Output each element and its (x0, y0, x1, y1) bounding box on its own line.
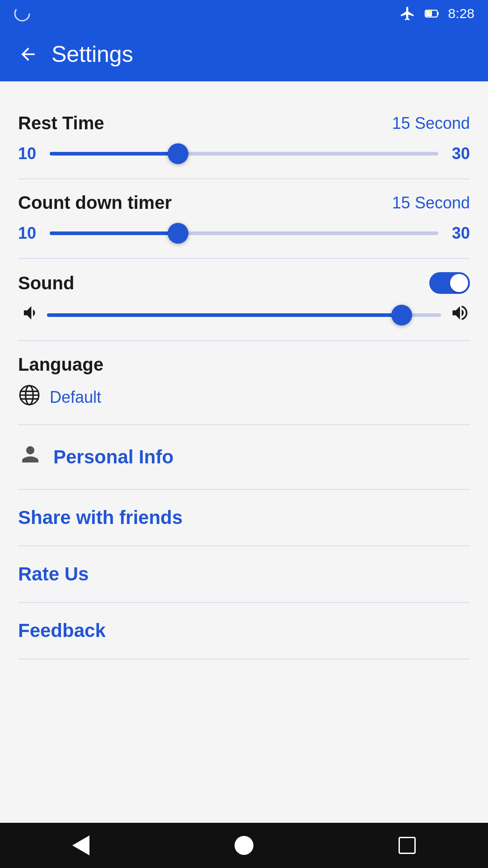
globe-icon (18, 384, 41, 411)
feedback-item[interactable]: Feedback (18, 603, 470, 659)
language-label: Language (18, 354, 470, 375)
sound-header: Sound (18, 272, 470, 294)
status-bar: 8:28 (0, 0, 488, 27)
main-content: Rest Time 15 Second 10 30 Count down tim… (0, 81, 488, 823)
airplane-icon (399, 5, 416, 22)
share-with-friends-item[interactable]: Share with friends (18, 490, 470, 546)
volume-slider-wrapper (47, 304, 441, 326)
rest-time-track (50, 152, 438, 156)
feedback-label: Feedback (18, 620, 106, 642)
countdown-min: 10 (18, 224, 41, 243)
volume-fill (47, 313, 402, 317)
language-value: Default (50, 388, 101, 407)
volume-thumb[interactable] (391, 305, 412, 326)
back-nav-icon (72, 835, 89, 855)
rest-time-thumb[interactable] (168, 143, 188, 164)
volume-low-icon (18, 303, 38, 327)
share-with-friends-label: Share with friends (18, 507, 183, 528)
countdown-track (50, 231, 438, 235)
rest-time-value: 15 Second (392, 114, 470, 133)
nav-back-button[interactable] (72, 835, 89, 855)
status-right: 8:28 (399, 5, 474, 22)
rate-us-item[interactable]: Rate Us (18, 546, 470, 603)
svg-rect-3 (426, 11, 432, 16)
bottom-nav-bar (0, 823, 488, 868)
rest-time-header: Rest Time 15 Second (18, 113, 470, 133)
status-time: 8:28 (448, 6, 474, 21)
language-option[interactable]: Default (18, 384, 470, 411)
volume-high-icon (450, 303, 470, 327)
battery-icon (424, 5, 440, 22)
svg-point-0 (15, 6, 29, 21)
back-button[interactable] (18, 44, 38, 64)
home-nav-icon (235, 836, 253, 855)
rate-us-label: Rate Us (18, 563, 89, 585)
spinner-icon (14, 5, 31, 22)
sound-label: Sound (18, 273, 74, 293)
page-title: Settings (52, 41, 133, 67)
countdown-timer-header: Count down timer 15 Second (18, 193, 470, 213)
toggle-thumb (450, 274, 468, 292)
countdown-max: 30 (447, 224, 470, 243)
person-icon (18, 442, 42, 472)
countdown-thumb[interactable] (168, 223, 188, 244)
sound-section: Sound (18, 259, 470, 341)
svg-rect-2 (437, 12, 439, 15)
rest-time-max: 30 (447, 144, 470, 163)
countdown-timer-value: 15 Second (392, 193, 470, 212)
rest-time-slider-container: 10 30 (18, 142, 470, 165)
personal-info-label: Personal Info (53, 446, 174, 468)
rest-time-fill (50, 152, 178, 156)
volume-slider-container (18, 303, 470, 327)
volume-track (47, 313, 441, 317)
language-section: Language Default (18, 341, 470, 425)
status-left (14, 5, 31, 22)
rest-time-slider-wrapper (50, 142, 438, 165)
rest-time-min: 10 (18, 144, 41, 163)
sound-toggle[interactable] (429, 272, 470, 294)
countdown-slider-wrapper (50, 222, 438, 245)
rest-time-label: Rest Time (18, 113, 104, 133)
rest-time-section: Rest Time 15 Second 10 30 (18, 99, 470, 179)
countdown-slider-container: 10 30 (18, 222, 470, 245)
recent-nav-icon (399, 837, 416, 854)
personal-info-item[interactable]: Personal Info (18, 425, 470, 490)
countdown-fill (50, 231, 178, 235)
nav-home-button[interactable] (235, 836, 253, 855)
countdown-timer-label: Count down timer (18, 193, 172, 213)
nav-recent-button[interactable] (399, 837, 416, 854)
countdown-timer-section: Count down timer 15 Second 10 30 (18, 179, 470, 259)
app-bar: Settings (0, 27, 488, 81)
